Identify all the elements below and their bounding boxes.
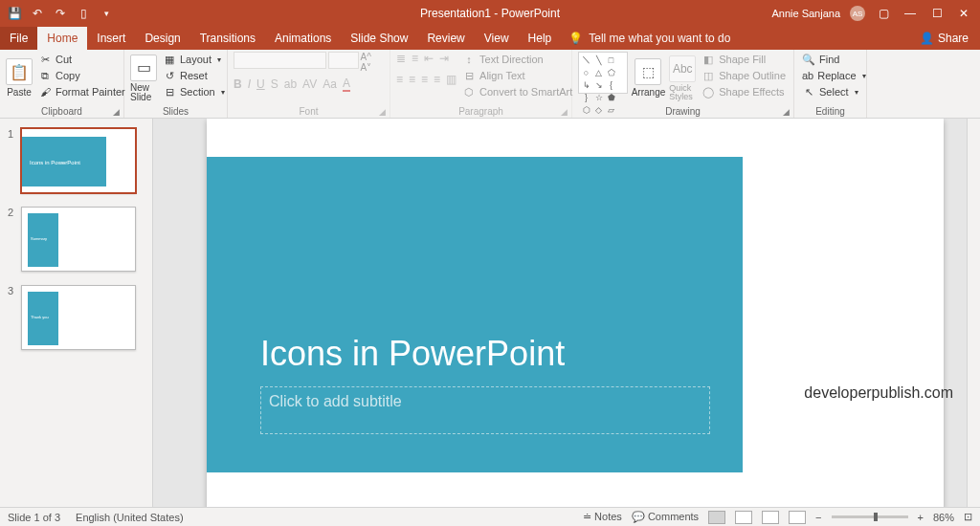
paste-button[interactable]: 📋 Paste (6, 52, 33, 104)
section-icon: ⊟ (163, 85, 176, 99)
columns-button[interactable]: ▥ (446, 73, 457, 86)
title-bar: 💾 ↶ ↷ ▯ ▾ Presentation1 - PowerPoint Ann… (0, 0, 980, 27)
bullets-button[interactable]: ≣ (396, 52, 406, 65)
tab-help[interactable]: Help (519, 27, 562, 50)
align-left-button[interactable]: ≡ (396, 73, 403, 86)
align-center-button[interactable]: ≡ (409, 73, 415, 86)
zoom-in-button[interactable]: + (918, 512, 924, 523)
numbering-button[interactable]: ≡ (412, 52, 418, 65)
tab-transitions[interactable]: Transitions (190, 27, 265, 50)
redo-icon[interactable]: ↷ (54, 7, 67, 20)
drawing-group-label: Drawing (665, 106, 701, 117)
reading-view-button[interactable] (762, 511, 779, 524)
align-text-button[interactable]: ⊟Align Text (460, 68, 574, 83)
tab-insert[interactable]: Insert (87, 27, 135, 50)
case-button[interactable]: Aa (323, 77, 337, 91)
arrange-button[interactable]: ⬚ Arrange (632, 52, 666, 104)
drawing-dialog-launcher[interactable]: ◢ (783, 107, 790, 117)
slideshow-view-button[interactable] (789, 511, 806, 524)
shapes-gallery[interactable]: ＼╲□○△⬠ ↳↘{}☆⬟ ⬡◇▱⬒⬔⋯ (578, 52, 628, 94)
slide-counter[interactable]: Slide 1 of 3 (8, 512, 60, 523)
slide-subtitle-placeholder[interactable]: Click to add subtitle (260, 386, 710, 434)
thumb-number: 2 (8, 207, 15, 272)
font-dialog-launcher[interactable]: ◢ (379, 107, 386, 117)
slide-sorter-view-button[interactable] (735, 511, 752, 524)
shadow-button[interactable]: ab (284, 77, 297, 91)
text-direction-button[interactable]: ↕Text Direction (460, 52, 574, 67)
comments-button[interactable]: 💬 Comments (632, 511, 699, 523)
justify-button[interactable]: ≡ (434, 73, 440, 86)
slide-thumbnail-2[interactable]: Summary (21, 207, 136, 272)
zoom-out-button[interactable]: − (815, 512, 821, 523)
slide-canvas[interactable]: Icons in PowerPoint Click to add subtitl… (207, 119, 944, 507)
minimize-icon[interactable]: — (902, 7, 919, 20)
zoom-slider[interactable] (832, 515, 908, 518)
normal-view-button[interactable] (708, 511, 725, 524)
new-slide-button[interactable]: ▭ New Slide (130, 52, 157, 104)
slide-thumbnail-1[interactable]: Icons in PowerPoint (21, 128, 136, 193)
italic-button[interactable]: I (248, 77, 251, 91)
undo-icon[interactable]: ↶ (31, 7, 44, 20)
notes-button[interactable]: ≐ Notes (583, 511, 622, 523)
font-color-button[interactable]: A (343, 77, 350, 92)
copy-button[interactable]: ⧉Copy (36, 68, 127, 83)
clipboard-dialog-launcher[interactable]: ◢ (113, 107, 120, 117)
shape-fill-button[interactable]: ◧Shape Fill (700, 52, 788, 67)
format-painter-button[interactable]: 🖌Format Painter (36, 84, 127, 99)
find-button[interactable]: 🔍Find (800, 52, 860, 67)
increase-indent-button[interactable]: ⇥ (439, 52, 449, 65)
shape-effects-button[interactable]: ◯Shape Effects (700, 84, 788, 99)
section-button[interactable]: ⊟Section▾ (161, 84, 227, 99)
tab-view[interactable]: View (475, 27, 519, 50)
cut-label: Cut (56, 54, 72, 65)
tab-slideshow[interactable]: Slide Show (341, 27, 417, 50)
select-button[interactable]: ↖Select▾ (800, 84, 860, 99)
layout-icon: ▦ (163, 53, 176, 66)
paragraph-dialog-launcher[interactable]: ◢ (561, 107, 568, 117)
share-button[interactable]: 👤 Share (908, 27, 980, 50)
cut-button[interactable]: ✂Cut (36, 52, 127, 67)
status-bar: Slide 1 of 3 English (United States) ≐ N… (0, 507, 980, 526)
user-name[interactable]: Annie Sanjana (771, 8, 840, 19)
shape-outline-button[interactable]: ◫Shape Outline (700, 68, 788, 83)
start-from-beginning-icon[interactable]: ▯ (77, 7, 90, 20)
layout-button[interactable]: ▦Layout▾ (161, 52, 227, 67)
share-label: Share (938, 32, 969, 45)
font-size-combo[interactable] (328, 52, 358, 69)
thumb-number: 3 (8, 285, 15, 350)
tab-file[interactable]: File (0, 27, 37, 50)
zoom-level[interactable]: 86% (933, 512, 954, 523)
user-avatar[interactable]: AS (850, 6, 865, 21)
vertical-scrollbar[interactable] (967, 119, 980, 507)
find-label: Find (819, 54, 839, 65)
reset-button[interactable]: ↺Reset (161, 68, 227, 83)
quick-styles-button[interactable]: Abc Quick Styles (669, 52, 696, 104)
font-family-combo[interactable] (234, 52, 326, 69)
qat-customize-icon[interactable]: ▾ (100, 7, 113, 20)
replace-icon: ab (802, 69, 813, 82)
ribbon-tabs: File Home Insert Design Transitions Anim… (0, 27, 980, 50)
underline-button[interactable]: U (256, 77, 265, 91)
fit-to-window-button[interactable]: ⊡ (964, 511, 972, 523)
decrease-indent-button[interactable]: ⇤ (424, 52, 434, 65)
language-indicator[interactable]: English (United States) (76, 512, 184, 523)
text-direction-icon: ↕ (462, 53, 476, 66)
tell-me-search[interactable]: 💡 Tell me what you want to do (568, 27, 730, 50)
tab-design[interactable]: Design (135, 27, 189, 50)
spacing-button[interactable]: AV (302, 77, 317, 91)
strikethrough-button[interactable]: S (271, 77, 278, 91)
slide-title[interactable]: Icons in PowerPoint (260, 334, 565, 374)
save-icon[interactable]: 💾 (8, 7, 21, 20)
tab-home[interactable]: Home (37, 27, 87, 50)
smartart-button[interactable]: ⬡Convert to SmartArt (460, 84, 574, 99)
maximize-icon[interactable]: ☐ (928, 7, 946, 20)
replace-button[interactable]: abReplace▾ (800, 68, 860, 83)
tab-animations[interactable]: Animations (265, 27, 341, 50)
close-icon[interactable]: ✕ (955, 7, 972, 20)
ribbon-display-icon[interactable]: ▢ (875, 7, 892, 20)
bold-button[interactable]: B (234, 77, 242, 91)
slide-thumbnail-3[interactable]: Thank you (21, 285, 136, 350)
tab-review[interactable]: Review (417, 27, 474, 50)
align-right-button[interactable]: ≡ (421, 73, 428, 86)
document-title: Presentation1 - PowerPoint (420, 7, 560, 20)
